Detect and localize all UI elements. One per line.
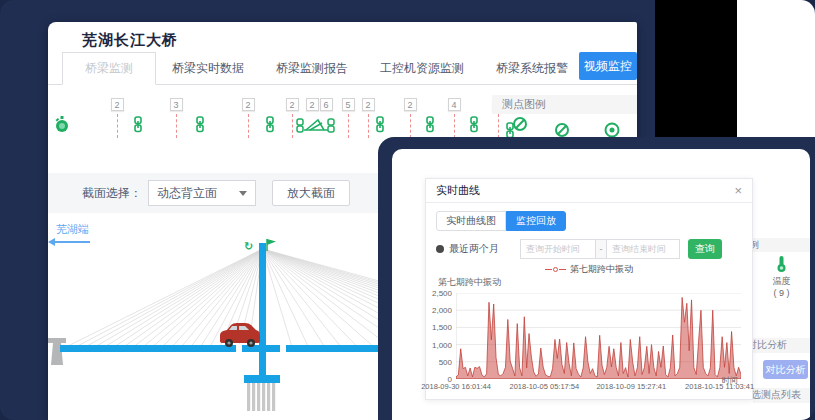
- modal-backdrop-card: 测点图例 温度 ( 9 ) 对比分析 对比分析 已选测点列表 实时曲线 ×: [378, 137, 815, 420]
- dialog-title: 实时曲线: [436, 183, 480, 198]
- x-axis-name: 时间: [722, 375, 738, 386]
- link-icon[interactable]: [130, 116, 146, 137]
- sensor-group: 6: [318, 94, 334, 112]
- screen: 芜湖长江大桥 桥梁监测 桥梁实时数据 桥梁监测报告 工控机资源监测 桥梁系统报警…: [0, 0, 815, 420]
- sensor-group: 2: [240, 94, 256, 138]
- section-select-value: 动态背立面: [157, 185, 217, 202]
- link-icon[interactable]: [466, 116, 482, 137]
- flag-sensor-icon[interactable]: [267, 239, 276, 251]
- recent-two-months-radio[interactable]: [436, 245, 444, 253]
- legend-panel-header: 测点图例: [753, 238, 810, 252]
- sensor-count-badge: 2: [286, 98, 299, 111]
- y-tick-label: 2,500: [432, 289, 452, 298]
- query-end-time-input[interactable]: [606, 239, 680, 259]
- curve-window: 测点图例 温度 ( 9 ) 对比分析 对比分析 已选测点列表 实时曲线 ×: [392, 149, 810, 420]
- thermometer-icon: [776, 255, 787, 273]
- y-axis-ticks: 2,5002,0001,5001,0005000: [426, 293, 452, 379]
- link-icon[interactable]: [422, 116, 438, 137]
- dashed-line: [410, 114, 411, 138]
- sensor-group: 2: [402, 94, 418, 138]
- sensor-count-badge: 2: [306, 98, 319, 111]
- sensor-count-badge: 6: [320, 98, 333, 111]
- recent-two-months-label: 最近两个月: [449, 242, 499, 256]
- temperature-label: 温度: [753, 275, 810, 288]
- midspan-composite-icon[interactable]: [294, 116, 338, 138]
- y-tick-label: 500: [439, 358, 452, 367]
- temperature-point[interactable]: 温度 ( 9 ): [753, 255, 810, 298]
- legend-panel-header: 测点图例: [492, 95, 637, 114]
- tab-realtime-data[interactable]: 桥梁实时数据: [156, 53, 260, 84]
- compare-analysis-button[interactable]: 对比分析: [763, 360, 808, 379]
- black-region: [655, 0, 737, 137]
- dashed-line: [454, 114, 455, 138]
- sensor-count-badge: 4: [448, 98, 461, 111]
- x-axis-labels: 2018-09-30 16:01:442018-10-05 05:17:5420…: [456, 382, 741, 392]
- dashed-line: [248, 114, 249, 138]
- dashed-line: [498, 114, 499, 138]
- sensor-count-badge: 2: [362, 98, 375, 111]
- tab-monitor-report[interactable]: 桥梁监测报告: [260, 53, 364, 84]
- tab-ipc-resource[interactable]: 工控机资源监测: [364, 53, 480, 84]
- sensor-group: 5: [340, 94, 356, 138]
- piles: [247, 383, 275, 411]
- legend-marker-circle: [553, 267, 558, 272]
- tab-monitor-playback[interactable]: 监控回放: [506, 211, 566, 231]
- y-tick-label: 2,000: [432, 306, 452, 315]
- enlarge-section-button[interactable]: 放大截面: [272, 180, 350, 206]
- temperature-count: ( 9 ): [753, 288, 810, 298]
- query-controls: 最近两个月 - 查询: [436, 239, 722, 259]
- dashed-line: [348, 114, 349, 138]
- dialog-tabbar: 实时曲线图 监控回放: [436, 211, 566, 231]
- main-tabbar: 桥梁监测 桥梁实时数据 桥梁监测报告 工控机资源监测 桥梁系统报警: [48, 57, 637, 85]
- pier: [48, 338, 66, 343]
- sensor-count-badge: 2: [404, 98, 417, 111]
- realtime-curve-dialog: 实时曲线 × 实时曲线图 监控回放 最近两个月 - 查询: [425, 178, 753, 400]
- section-select-dropdown[interactable]: 动态背立面: [148, 180, 256, 206]
- link-icon[interactable]: [262, 116, 278, 137]
- vibration-chart: [456, 293, 741, 379]
- sensor-group: 2: [109, 94, 125, 138]
- video-monitor-button[interactable]: 视频监控: [579, 52, 637, 80]
- dashed-line: [292, 114, 293, 138]
- section-select-label: 截面选择：: [82, 185, 142, 202]
- range-separator: -: [596, 239, 606, 259]
- sensor-count-badge: 2: [111, 98, 124, 111]
- y-tick-label: 1,000: [432, 341, 452, 350]
- background-window-corner: [737, 0, 815, 137]
- right-panel-sliver: 测点图例 温度 ( 9 ) 对比分析 对比分析 已选测点列表: [753, 149, 810, 420]
- chevron-down-icon: [239, 191, 247, 196]
- legend-marker: [559, 269, 566, 270]
- tab-bridge-monitor[interactable]: 桥梁监测: [62, 52, 156, 85]
- legend-marker: [545, 269, 552, 270]
- close-icon[interactable]: ×: [734, 184, 742, 197]
- bridge-pylon: [259, 243, 266, 375]
- legend-series-name: 第七期跨中振动: [570, 263, 633, 276]
- dashed-line: [368, 114, 369, 138]
- x-tick-label: 2018-09-30 16:01:44: [421, 382, 491, 391]
- x-tick-label: 2018-10-09 15:27:41: [596, 382, 666, 391]
- tab-system-alarm[interactable]: 桥梁系统报警: [480, 53, 584, 84]
- y-tick-label: 1,500: [432, 323, 452, 332]
- x-tick-label: 2018-10-15 11:03:41: [685, 382, 754, 391]
- dashed-line: [176, 114, 177, 138]
- query-start-time-input[interactable]: [520, 239, 596, 259]
- sensor-group: 4: [446, 94, 462, 138]
- sensor-group: 3: [168, 94, 184, 138]
- compare-section-header: 对比分析: [753, 338, 810, 353]
- x-tick-label: 2018-10-05 05:17:54: [510, 382, 580, 391]
- sensor-count-badge: 2: [242, 98, 255, 111]
- query-button[interactable]: 查询: [688, 239, 722, 259]
- link-icon[interactable]: [372, 116, 388, 137]
- gauge-icon[interactable]: [54, 116, 70, 138]
- dialog-header: 实时曲线 ×: [426, 179, 752, 203]
- page-title: 芜湖长江大桥: [82, 31, 178, 50]
- link-icon[interactable]: [192, 116, 208, 137]
- chart-legend[interactable]: 第七期跨中振动: [426, 263, 752, 276]
- bridge-end-label: 芜湖端: [56, 222, 89, 237]
- tab-realtime-curve[interactable]: 实时曲线图: [436, 211, 506, 231]
- sensor-count-badge: 5: [342, 98, 355, 111]
- sensor-count-badge: 3: [170, 98, 183, 111]
- selected-points-header: 已选测点列表: [753, 388, 810, 403]
- dashed-line: [117, 114, 118, 138]
- rotate-sensor-icon[interactable]: ↻: [244, 240, 253, 252]
